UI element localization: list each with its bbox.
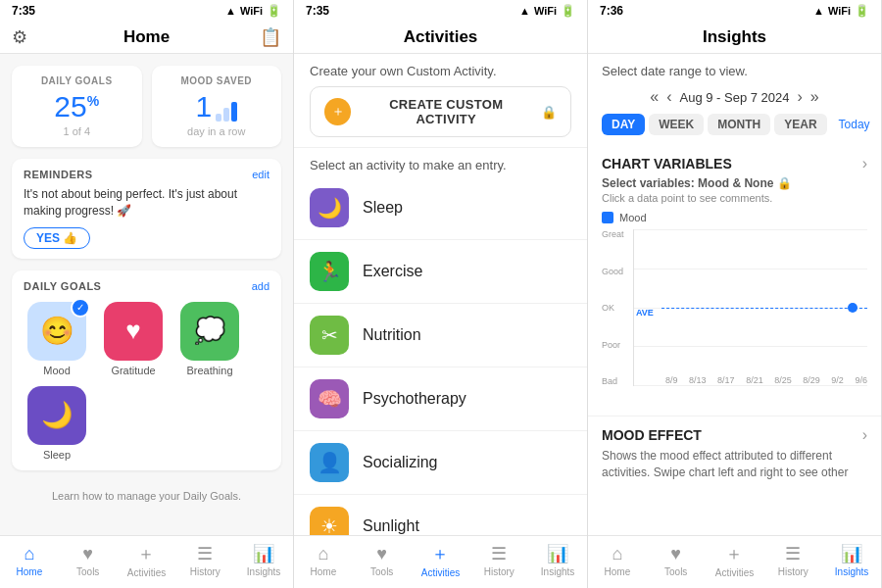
yes-button[interactable]: YES 👍 — [24, 227, 90, 249]
date-tab-month[interactable]: MONTH — [708, 114, 770, 135]
reminders-edit-btn[interactable]: edit — [252, 169, 270, 180]
tab-activities-2[interactable]: ＋ Activities — [412, 542, 470, 578]
today-button[interactable]: Today — [831, 114, 878, 135]
sleep-label: Sleep — [363, 199, 403, 217]
tools2-tab-label: Tools — [370, 566, 393, 577]
calendar-icon[interactable]: 📋 — [260, 26, 281, 48]
tab-history[interactable]: ☰ History — [175, 543, 234, 577]
daily-goals-grid: 😊 ✓ Mood ♥ Gratitude 💭 — [24, 302, 270, 461]
tab-history-2[interactable]: ☰ History — [469, 543, 528, 577]
activities-screen: 7:35 ▲ WiFi 🔋 Activities Create your own… — [294, 0, 588, 588]
activity-item-nutrition[interactable]: ✂ Nutrition — [294, 304, 587, 368]
dg-gratitude-icon[interactable]: ♥ — [104, 302, 163, 361]
tab-insights[interactable]: 📊 Insights — [234, 543, 293, 577]
chart-subtitle: Select variables: Mood & None 🔒 — [602, 176, 867, 190]
goals-row: DAILY GOALS 25% 1 of 4 MOOD SAVED 1 day … — [12, 66, 281, 147]
ave-line — [662, 308, 867, 309]
dg-mood-check: ✓ — [71, 298, 90, 318]
activity-item-psychotherapy[interactable]: 🧠 Psychotherapy — [294, 368, 587, 431]
tools2-tab-icon: ♥ — [376, 544, 387, 564]
tab-activities[interactable]: ＋ Activities — [118, 542, 176, 578]
dg-mood-icon[interactable]: 😊 ✓ — [27, 302, 86, 361]
history3-tab-icon: ☰ — [785, 543, 801, 564]
mood-effect-text: Shows the mood effect attributed to diff… — [602, 448, 867, 481]
tab-insights-3[interactable]: 📊 Insights — [822, 543, 881, 577]
home-screen: 7:35 ▲ WiFi 🔋 ⚙ Home 📋 DAILY GOALS 25% 1… — [0, 0, 294, 588]
chart-expand-icon[interactable]: › — [862, 155, 867, 172]
daily-goals-section-title: DAILY GOALS — [24, 280, 101, 292]
activity-item-exercise[interactable]: 🏃 Exercise — [294, 240, 587, 304]
tab-home[interactable]: ⌂ Home — [0, 544, 59, 577]
status-time-insights: 7:36 — [600, 4, 623, 18]
dg-sleep-icon[interactable]: 🌙 — [27, 386, 86, 445]
tab-home-3[interactable]: ⌂ Home — [588, 544, 647, 577]
activity-item-socializing[interactable]: 👤 Socializing — [294, 431, 587, 495]
mood-saved-number: 1 — [162, 90, 272, 123]
activities3-tab-label: Activities — [715, 567, 754, 578]
settings-icon[interactable]: ⚙ — [12, 26, 27, 48]
status-time-activities: 7:35 — [306, 4, 329, 18]
grid-line-4 — [634, 346, 867, 347]
x-label-2: 8/13 — [689, 375, 707, 385]
create-custom-activity-button[interactable]: ＋ CREATE CUSTOM ACTIVITY 🔒 — [310, 86, 571, 137]
grid-line-2 — [634, 269, 867, 270]
activity-list: 🌙 Sleep 🏃 Exercise ✂ Nutrition 🧠 Psychot… — [294, 176, 587, 535]
data-point-dot[interactable] — [848, 303, 858, 313]
insights3-tab-icon: 📊 — [841, 543, 862, 564]
date-next-arrow[interactable]: › — [798, 88, 803, 106]
date-tab-year[interactable]: YEAR — [774, 114, 826, 135]
daily-goals-number: 25% — [22, 90, 132, 123]
daily-goals-section-header: DAILY GOALS add — [24, 280, 270, 292]
lock-icon: 🔒 — [541, 105, 557, 120]
ave-label: AVE — [636, 308, 654, 318]
status-bar-insights: 7:36 ▲ WiFi 🔋 — [588, 0, 881, 22]
socializing-icon: 👤 — [310, 443, 349, 482]
history-tab-icon: ☰ — [197, 543, 213, 564]
tab-tools-2[interactable]: ♥ Tools — [353, 544, 412, 577]
sunlight-label: Sunlight — [363, 517, 419, 535]
legend-mood-label: Mood — [619, 212, 647, 223]
tab-history-3[interactable]: ☰ History — [763, 543, 822, 577]
date-range: Aug 9 - Sep 7 2024 — [679, 90, 789, 105]
sleep-icon: 🌙 — [310, 188, 349, 227]
history2-tab-icon: ☰ — [491, 543, 507, 564]
daily-goals-add-btn[interactable]: add — [252, 280, 270, 292]
daily-goals-sub: 1 of 4 — [22, 125, 132, 137]
insights-content: Select date range to view. « ‹ Aug 9 - S… — [588, 54, 881, 535]
activities-title: Activities — [404, 27, 478, 47]
learn-link[interactable]: Learn how to manage your Daily Goals. — [12, 482, 281, 510]
tab-tools[interactable]: ♥ Tools — [59, 544, 118, 577]
home-title: Home — [123, 27, 170, 47]
daily-goals-card-title: DAILY GOALS — [22, 75, 132, 86]
home-tab-label: Home — [17, 566, 43, 577]
reminders-card: REMINDERS edit It's not about being perf… — [12, 159, 281, 259]
activities3-tab-icon: ＋ — [725, 542, 743, 565]
dg-item-gratitude: ♥ Gratitude — [100, 302, 167, 376]
date-tab-day[interactable]: DAY — [602, 114, 645, 135]
nutrition-label: Nutrition — [363, 326, 421, 344]
status-icons-home: ▲ WiFi 🔋 — [225, 4, 281, 18]
nav-bar-activities: Activities — [294, 22, 587, 54]
daily-goals-card: DAILY GOALS 25% 1 of 4 — [12, 66, 142, 147]
activities2-tab-label: Activities — [421, 567, 460, 578]
date-double-next-arrow[interactable]: » — [810, 88, 819, 106]
dg-breathing-icon[interactable]: 💭 — [180, 302, 239, 361]
y-label-ok: OK — [602, 303, 624, 313]
tab-insights-2[interactable]: 📊 Insights — [528, 543, 587, 577]
mood-bar-chart — [216, 94, 237, 122]
activity-item-sunlight[interactable]: ☀ Sunlight — [294, 495, 587, 535]
tab-home-2[interactable]: ⌂ Home — [294, 544, 353, 577]
x-label-5: 8/25 — [774, 375, 792, 385]
date-double-prev-arrow[interactable]: « — [650, 88, 659, 106]
date-tab-week[interactable]: WEEK — [649, 114, 704, 135]
x-label-7: 9/2 — [831, 375, 844, 385]
x-label-1: 8/9 — [665, 375, 678, 385]
mood-effect-expand-icon[interactable]: › — [862, 426, 867, 444]
reminders-header: REMINDERS edit — [24, 169, 270, 180]
tab-activities-3[interactable]: ＋ Activities — [706, 542, 764, 578]
chart-hint: Click a data point to see comments. — [602, 192, 867, 204]
activity-item-sleep[interactable]: 🌙 Sleep — [294, 176, 587, 240]
tab-tools-3[interactable]: ♥ Tools — [647, 544, 706, 577]
date-prev-arrow[interactable]: ‹ — [666, 88, 671, 106]
tools-tab-label: Tools — [76, 566, 99, 577]
